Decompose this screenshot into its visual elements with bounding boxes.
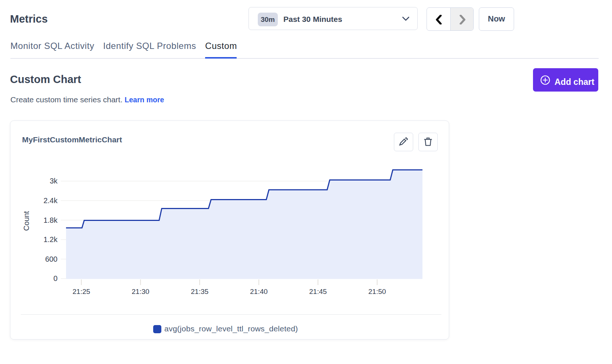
svg-text:21:45: 21:45 xyxy=(309,288,327,295)
svg-text:1.8k: 1.8k xyxy=(43,216,58,224)
svg-text:21:35: 21:35 xyxy=(191,288,209,295)
svg-text:Count: Count xyxy=(22,211,30,231)
svg-text:3k: 3k xyxy=(50,177,58,185)
svg-text:1.2k: 1.2k xyxy=(43,235,58,244)
svg-text:0: 0 xyxy=(53,274,57,282)
svg-text:2.4k: 2.4k xyxy=(43,196,58,205)
svg-text:21:40: 21:40 xyxy=(250,288,268,295)
svg-text:600: 600 xyxy=(45,255,57,263)
svg-text:21:25: 21:25 xyxy=(73,288,91,295)
svg-text:21:30: 21:30 xyxy=(132,288,149,295)
svg-text:21:50: 21:50 xyxy=(368,288,386,295)
